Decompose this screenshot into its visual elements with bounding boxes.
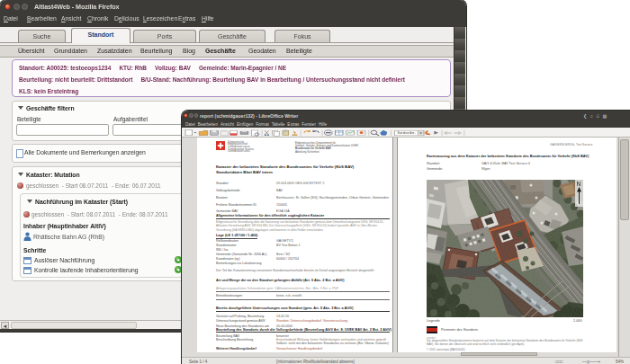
svg-text:N: N — [577, 181, 581, 187]
svg-text:Seitenbr.: Seitenbr. — [397, 131, 416, 135]
